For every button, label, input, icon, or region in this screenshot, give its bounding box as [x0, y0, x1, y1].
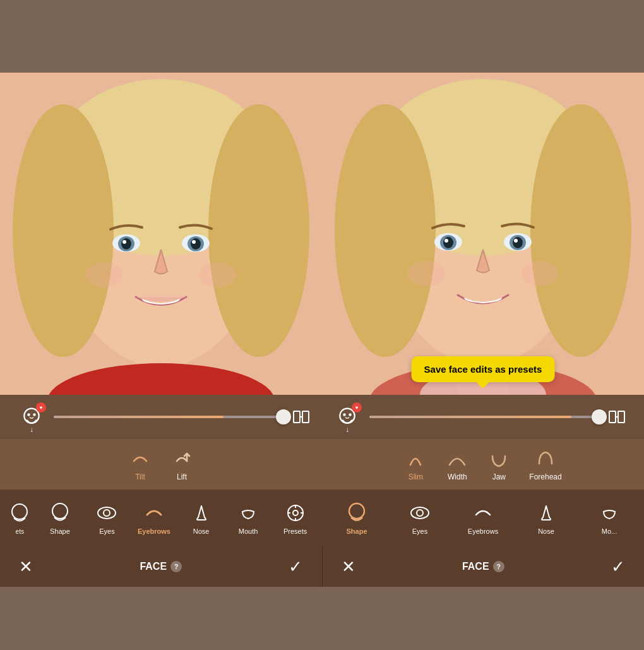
svg-point-29 [443, 237, 453, 248]
svg-point-49 [52, 503, 68, 519]
slider-row: ♥ ↓ [0, 395, 644, 439]
tool-tilt[interactable]: Tilt [129, 447, 152, 481]
jaw-icon [487, 447, 510, 470]
svg-point-21 [530, 104, 631, 357]
nav-item-partial-left[interactable]: ets [8, 502, 32, 535]
controls-area: ♥ ↓ [0, 395, 644, 587]
svg-point-20 [335, 104, 436, 357]
right-badge: ♥ [352, 402, 362, 412]
forehead-icon [534, 447, 557, 470]
left-help-icon[interactable]: ? [170, 561, 182, 572]
left-face-icon-btn[interactable]: ♥ ↓ [16, 401, 47, 433]
svg-point-58 [349, 503, 364, 519]
tool-forehead[interactable]: Forehead [529, 447, 561, 481]
lift-label: Lift [177, 472, 187, 481]
shape-label-left: Shape [50, 527, 70, 535]
nav-item-shape-right[interactable]: Shape [338, 501, 376, 535]
right-compare-icon[interactable] [605, 406, 628, 428]
mouth-label-right: Mo... [602, 527, 617, 535]
bottom-bar: ✕ FACE ? ✓ ✕ FACE ? ✓ [0, 546, 644, 587]
right-photo-panel: Save face edits as presets [322, 73, 644, 395]
left-nav-section: ets Shape [0, 490, 322, 546]
presets-label-left: Presets [283, 527, 307, 535]
left-slider-thumb[interactable] [276, 409, 291, 424]
eyes-label-right: Eyes [412, 527, 427, 535]
svg-point-31 [444, 239, 448, 243]
svg-point-43 [349, 413, 352, 416]
nav-item-eyes-left[interactable]: Eyes [88, 501, 126, 535]
svg-point-3 [13, 104, 114, 357]
nav-item-mouth-right[interactable]: Mo... [590, 501, 628, 535]
tilt-label: Tilt [135, 472, 145, 481]
eyes-icon-right [408, 501, 432, 525]
face-tools-row: Tilt Lift [0, 439, 644, 490]
tool-jaw[interactable]: Jaw [487, 447, 510, 481]
left-cancel-btn[interactable]: ✕ [19, 557, 33, 577]
right-slider-fill [369, 416, 571, 418]
forehead-label: Forehead [529, 472, 561, 481]
mouth-label-left: Mouth [239, 527, 258, 535]
left-compare-icon[interactable] [290, 406, 313, 428]
nav-item-nose-left[interactable]: Nose [182, 501, 220, 535]
svg-point-60 [417, 510, 423, 516]
mouth-icon-right [597, 501, 621, 525]
svg-point-11 [121, 238, 131, 250]
nav-item-eyebrows-right[interactable]: Eyebrows [464, 501, 502, 535]
nav-item-eyebrows-left[interactable]: Eyebrows [135, 501, 173, 535]
right-confirm-btn[interactable]: ✓ [611, 557, 625, 577]
slim-icon [404, 447, 427, 470]
left-confirm-btn[interactable]: ✓ [289, 557, 302, 577]
svg-point-13 [122, 240, 126, 244]
right-face-label: FACE ? [462, 561, 504, 572]
right-bottom-section: ✕ FACE ? ✓ [323, 546, 645, 587]
eyebrows-label-left: Eyebrows [138, 527, 170, 535]
nav-row: ets Shape [0, 490, 644, 546]
eyes-icon-left [95, 501, 119, 525]
right-help-icon[interactable]: ? [493, 561, 504, 572]
nav-item-presets-left[interactable]: Presets [277, 501, 314, 535]
svg-point-50 [98, 507, 116, 519]
right-slider-track[interactable] [369, 416, 599, 418]
tool-slim[interactable]: Slim [404, 447, 427, 481]
eyes-label-left: Eyes [99, 527, 114, 535]
svg-rect-44 [609, 411, 616, 423]
nav-item-eyes-right[interactable]: Eyes [401, 501, 439, 535]
svg-point-34 [521, 261, 559, 286]
svg-point-32 [514, 239, 518, 243]
right-face-tools: Slim Width Jaw [322, 439, 644, 490]
svg-point-33 [407, 261, 445, 286]
left-slider-track[interactable] [54, 416, 283, 418]
slim-label: Slim [408, 472, 423, 481]
lift-icon [170, 447, 193, 470]
nav-item-mouth-left[interactable]: Mouth [229, 501, 267, 535]
right-cancel-btn[interactable]: ✕ [342, 557, 355, 577]
right-face-icon-btn[interactable]: ♥ ↓ [331, 401, 363, 433]
shape-icon-right [345, 501, 369, 525]
jaw-label: Jaw [492, 472, 506, 481]
nav-item-nose-right[interactable]: Nose [527, 501, 565, 535]
partial-icon [8, 502, 32, 526]
nav-item-shape-left[interactable]: Shape [41, 501, 79, 535]
svg-point-12 [191, 238, 201, 250]
eyebrows-icon-left [142, 501, 166, 525]
photo-row: Save face edits as presets [0, 73, 644, 395]
svg-point-30 [513, 237, 523, 248]
left-face-tools: Tilt Lift [0, 439, 322, 490]
svg-rect-39 [302, 411, 309, 423]
svg-point-15 [85, 262, 123, 287]
width-label: Width [448, 472, 467, 481]
top-bar [0, 0, 644, 73]
left-face-label: FACE ? [140, 561, 182, 572]
svg-rect-38 [294, 411, 300, 423]
width-icon [446, 447, 468, 470]
tool-width[interactable]: Width [446, 447, 468, 481]
left-bottom-section: ✕ FACE ? ✓ [0, 546, 322, 587]
left-slider-section: ♥ ↓ [6, 401, 322, 433]
nose-icon-right [534, 501, 558, 525]
tool-lift[interactable]: Lift [170, 447, 193, 481]
presets-icon-left [283, 501, 307, 525]
nose-icon-left [189, 501, 213, 525]
tilt-icon [129, 447, 152, 470]
svg-point-14 [192, 240, 196, 244]
right-slider-thumb[interactable] [592, 409, 607, 424]
